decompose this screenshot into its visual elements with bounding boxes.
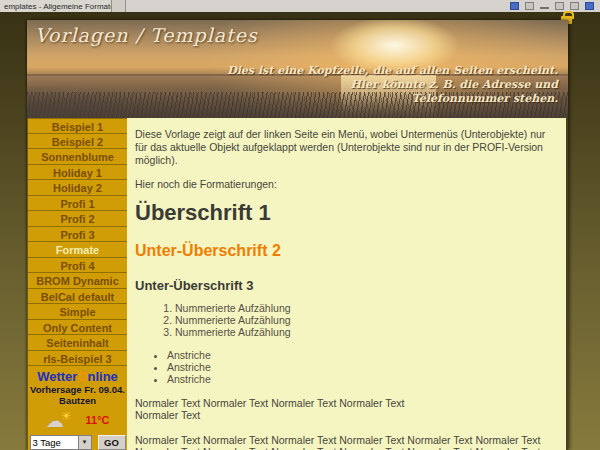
formatting-note: Hier noch die Formatierungen: [135, 178, 556, 191]
intro-paragraph: Diese Vorlage zeigt auf der linken Seite… [135, 128, 556, 167]
browser-tab-stub[interactable] [112, 0, 126, 12]
bullet-list: Anstriche Anstriche Anstriche [135, 349, 556, 385]
forecast-label: Vorhersage Fr. 09.04. [28, 384, 127, 395]
window-icon[interactable] [525, 2, 534, 10]
heading-3: Unter-Überschrift 3 [135, 278, 556, 293]
weather-widget: WetterOnline Vorhersage Fr. 09.04. Bautz… [28, 366, 127, 450]
sidebar-item-profi-3[interactable]: Profi 3 [28, 227, 127, 243]
sidebar-item-profi-2[interactable]: Profi 2 [28, 211, 127, 227]
bullet-list-item: Anstriche [167, 373, 556, 385]
sidebar-item-beispiel-2[interactable]: Beispiel 2 [28, 134, 127, 150]
browser-tab-title: emplates - Allgemeine Formate für Texte … [4, 2, 112, 11]
partly-cloudy-icon: ☀ ☁ [46, 411, 72, 429]
site-container: Vorlagen / Templates Dies ist eine Kopfz… [27, 20, 568, 450]
long-text-paragraph: Normaler Text Normaler Text Normaler Tex… [135, 434, 556, 450]
heading-1: Überschrift 1 [135, 200, 556, 226]
minimize-icon[interactable] [540, 4, 549, 9]
logo-o-sun: O [77, 369, 87, 384]
chevron-down-icon[interactable]: ▼ [78, 436, 91, 449]
browser-tab-bar: emplates - Allgemeine Formate für Texte … [0, 0, 600, 12]
sidebar-item-holiday-2[interactable]: Holiday 2 [28, 180, 127, 196]
normal-text-line-1: Normaler Text Normaler Text Normaler Tex… [135, 397, 556, 409]
logo-nline: nline [88, 369, 118, 384]
forecast-range-select[interactable]: 3 Tage ▼ [30, 435, 92, 450]
sidebar-item-simple[interactable]: Simple [28, 304, 127, 320]
numbered-list-item: Nummerierte Aufzählung [175, 314, 556, 326]
restore-icon[interactable] [555, 2, 564, 10]
sidebar-item-seiteninhalt[interactable]: Seiteninhalt [28, 335, 127, 351]
temperature-value: 11°C [86, 414, 110, 426]
sidebar-item-beispiel-1[interactable]: Beispiel 1 [28, 118, 127, 134]
cloud-icon: ☁ [46, 410, 64, 432]
bullet-list-item: Anstriche [167, 349, 556, 361]
sidebar-item-formate-active[interactable]: Formate [28, 242, 127, 258]
tab-bar-filler [126, 0, 510, 12]
help-icon[interactable] [585, 2, 594, 10]
content-area: Diese Vorlage zeigt auf der linken Seite… [127, 118, 568, 450]
header-banner-image: Vorlagen / Templates Dies ist eine Kopfz… [27, 20, 568, 118]
sidebar-menu: Beispiel 1 Beispiel 2 Sonnenblume Holida… [27, 118, 127, 450]
sidebar-item-holiday-1[interactable]: Holiday 1 [28, 165, 127, 181]
numbered-list-item: Nummerierte Aufzählung [175, 326, 556, 338]
numbered-list-item: Nummerierte Aufzählung [175, 302, 556, 314]
header-tagline: Dies ist eine Kopfzeile, die auf allen S… [227, 64, 558, 106]
sidebar-item-profi-4[interactable]: Profi 4 [28, 258, 127, 274]
browser-window-controls [510, 0, 600, 12]
numbered-list: Nummerierte Aufzählung Nummerierte Aufzä… [135, 302, 556, 338]
wetteronline-logo[interactable]: WetterOnline [28, 369, 127, 384]
tagline-line-1: Dies ist eine Kopfzeile, die auf allen S… [227, 64, 558, 78]
go-button[interactable]: GO [98, 435, 126, 450]
site-title: Vorlagen / Templates [35, 24, 258, 46]
sidebar-item-rls-beispiel-3[interactable]: rls-Beispiel 3 [28, 351, 127, 367]
toolbar-icon[interactable] [570, 2, 579, 10]
heading-2: Unter-Überschrift 2 [135, 242, 556, 260]
sidebar-item-only-content[interactable]: Only Content [28, 320, 127, 336]
select-value: 3 Tage [31, 436, 78, 449]
page-background: Vorlagen / Templates Dies ist eine Kopfz… [0, 12, 600, 450]
normal-text-paragraph: Normaler Text Normaler Text Normaler Tex… [135, 397, 556, 421]
sidebar-item-brom-dynamic[interactable]: BROM Dynamic [28, 273, 127, 289]
tagline-line-2: Hier könnte z. B. die Adresse und [227, 78, 558, 92]
forecast-city: Bautzen [28, 395, 127, 406]
sidebar-item-profi-1[interactable]: Profi 1 [28, 196, 127, 212]
tagline-line-3: Telefonnummer stehen. [227, 92, 558, 106]
logo-wetter: Wetter [37, 369, 77, 384]
bullet-list-item: Anstriche [167, 361, 556, 373]
panel-icon[interactable] [510, 2, 519, 10]
browser-tab[interactable]: emplates - Allgemeine Formate für Texte … [0, 0, 112, 12]
sidebar-item-belcal-default[interactable]: BelCal default [28, 289, 127, 305]
sidebar-item-sonnenblume[interactable]: Sonnenblume [28, 149, 127, 165]
normal-text-line-2: Normaler Text [135, 409, 556, 421]
